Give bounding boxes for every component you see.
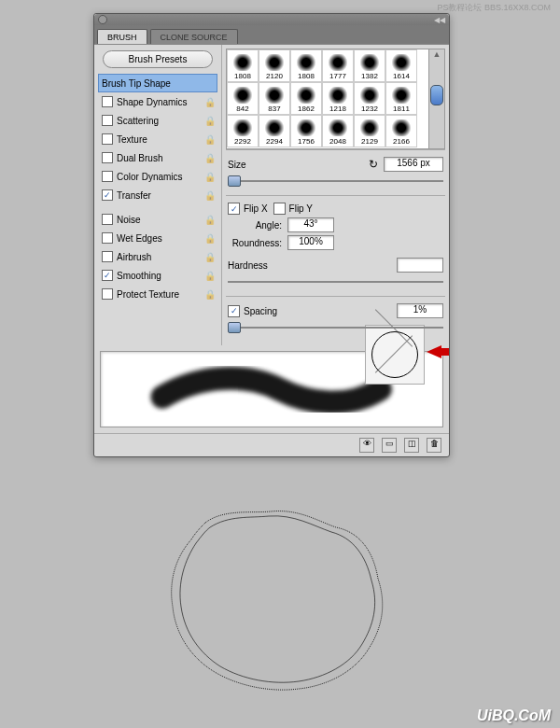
brush-preset[interactable]: 2120 <box>259 49 290 82</box>
sidebar-item-brush-tip-shape[interactable]: Brush Tip Shape <box>98 74 217 92</box>
tab-bar: BRUSH CLONE SOURCE <box>94 25 449 44</box>
tab-brush[interactable]: BRUSH <box>97 29 147 44</box>
brush-preset[interactable]: 2294 <box>259 115 290 147</box>
brush-preset[interactable]: 2129 <box>354 115 385 147</box>
sidebar-item-label: Wet Edges <box>117 233 162 244</box>
checkbox-icon[interactable] <box>102 251 113 262</box>
hardness-label: Hardness <box>228 260 268 271</box>
sidebar-item-label: Protect Texture <box>117 289 179 300</box>
checkbox-icon[interactable] <box>102 96 113 107</box>
checkbox-icon[interactable] <box>102 152 113 163</box>
brush-preset[interactable]: 2292 <box>227 115 259 147</box>
lock-icon[interactable]: 🔒 <box>204 190 214 200</box>
trash-icon[interactable]: 🗑 <box>427 438 441 453</box>
brush-preset[interactable]: 1756 <box>290 115 322 147</box>
panel-titlebar[interactable]: ◀◀ <box>94 14 449 25</box>
lock-icon[interactable]: 🔒 <box>204 153 214 162</box>
brush-preset[interactable]: 1218 <box>322 82 354 115</box>
checkbox-icon[interactable] <box>102 171 113 182</box>
size-slider[interactable] <box>228 175 443 188</box>
collapse-icon[interactable]: ◀◀ <box>434 16 445 24</box>
checkbox-icon[interactable]: ✓ <box>102 270 113 281</box>
lock-icon[interactable]: 🔒 <box>204 233 214 243</box>
brush-preset[interactable]: 2048 <box>322 115 354 147</box>
lock-icon[interactable]: 🔒 <box>204 116 214 125</box>
sidebar-item-smoothing[interactable]: ✓Smoothing🔒 <box>98 266 217 285</box>
size-input[interactable]: 1566 px <box>384 157 443 172</box>
brush-preset[interactable]: 842 <box>227 82 259 115</box>
brush-size-label: 837 <box>268 105 280 113</box>
tab-clone-source[interactable]: CLONE SOURCE <box>150 29 238 44</box>
brush-preset[interactable]: 1808 <box>290 49 322 82</box>
spacing-label: Spacing <box>244 306 277 316</box>
checkbox-icon[interactable] <box>102 214 113 225</box>
lock-icon[interactable]: 🔒 <box>204 172 214 181</box>
sidebar-item-airbrush[interactable]: Airbrush🔒 <box>98 247 217 266</box>
scroll-thumb[interactable] <box>430 85 443 105</box>
brush-size-label: 1232 <box>361 105 378 113</box>
brush-size-label: 1382 <box>361 72 378 80</box>
sidebar-item-scattering[interactable]: Scattering🔒 <box>98 111 217 130</box>
lock-icon[interactable]: 🔒 <box>204 134 214 144</box>
brush-preset[interactable]: 1811 <box>385 82 417 115</box>
spacing-input[interactable]: 1% <box>397 303 443 318</box>
angle-input[interactable]: 43° <box>287 217 334 232</box>
sidebar-item-color-dynamics[interactable]: Color Dynamics🔒 <box>98 167 217 186</box>
sidebar: Brush Presets Brush Tip ShapeShape Dynam… <box>94 45 222 345</box>
lock-icon[interactable]: 🔒 <box>204 252 214 261</box>
checkbox-icon[interactable] <box>102 232 113 244</box>
lock-icon[interactable]: 🔒 <box>204 215 214 224</box>
brush-preset[interactable]: 1808 <box>227 49 259 82</box>
brush-thumb <box>358 87 381 104</box>
reset-size-icon[interactable]: ↻ <box>369 158 378 171</box>
lock-icon[interactable]: 🔒 <box>204 271 214 280</box>
flipx-checkbox[interactable]: ✓ <box>228 203 240 215</box>
sidebar-item-shape-dynamics[interactable]: Shape Dynamics🔒 <box>98 92 217 111</box>
spacing-slider[interactable] <box>228 321 443 334</box>
checkbox-icon[interactable]: ✓ <box>102 189 113 201</box>
brush-grid-scrollbar[interactable]: ▲ <box>428 49 445 149</box>
brush-preset[interactable]: 1777 <box>322 49 354 82</box>
panel-footer: 👁 ▭ ◫ 🗑 <box>94 433 449 456</box>
sidebar-item-protect-texture[interactable]: Protect Texture🔒 <box>98 285 217 303</box>
sidebar-item-wet-edges[interactable]: Wet Edges🔒 <box>98 229 217 247</box>
sidebar-item-noise[interactable]: Noise🔒 <box>98 210 217 229</box>
checkbox-icon[interactable] <box>102 115 113 126</box>
checkbox-icon[interactable] <box>102 288 113 300</box>
watermark-bottom: UiBQ.CoM <box>477 707 551 724</box>
lock-icon[interactable]: 🔒 <box>204 97 214 106</box>
brush-preset[interactable]: 1232 <box>354 82 385 115</box>
brush-size-label: 1862 <box>298 105 315 113</box>
toggle-preview-icon[interactable]: 👁 <box>359 438 374 453</box>
close-icon[interactable] <box>98 15 107 24</box>
brush-size-label: 1811 <box>393 105 410 113</box>
brush-preset[interactable]: 1862 <box>290 82 322 115</box>
brush-preset[interactable]: 2166 <box>385 115 417 147</box>
sidebar-item-dual-brush[interactable]: Dual Brush🔒 <box>98 148 217 167</box>
brush-grid[interactable]: 1808212018081777138216148428371862121812… <box>226 49 445 149</box>
brush-thumb <box>327 119 349 136</box>
sidebar-item-texture[interactable]: Texture🔒 <box>98 130 217 148</box>
spacing-checkbox[interactable]: ✓ <box>228 305 240 317</box>
brush-preset[interactable]: 1614 <box>385 49 417 82</box>
new-brush-icon[interactable]: ◫ <box>404 438 419 453</box>
brush-size-label: 1756 <box>298 137 315 146</box>
sidebar-item-label: Texture <box>117 134 147 145</box>
hardness-slider[interactable] <box>228 275 443 288</box>
brush-size-label: 1614 <box>393 72 410 80</box>
sidebar-item-label: Shape Dynamics <box>117 97 188 107</box>
scroll-up-icon[interactable]: ▲ <box>433 49 441 59</box>
brush-preset[interactable]: 1382 <box>354 49 385 82</box>
sidebar-item-label: Color Dynamics <box>117 172 183 182</box>
brush-presets-button[interactable]: Brush Presets <box>103 50 213 68</box>
brush-preset[interactable]: 837 <box>259 82 290 115</box>
roundness-input[interactable]: 100% <box>287 235 334 250</box>
dock-icon[interactable]: ▭ <box>382 438 397 453</box>
hardness-input[interactable] <box>397 258 443 273</box>
lock-icon[interactable]: 🔒 <box>204 289 214 299</box>
flipy-checkbox[interactable] <box>273 203 286 215</box>
brush-thumb <box>390 54 413 71</box>
sidebar-item-transfer[interactable]: ✓Transfer🔒 <box>98 186 217 204</box>
brush-size-label: 2048 <box>329 137 346 146</box>
checkbox-icon[interactable] <box>102 133 113 145</box>
